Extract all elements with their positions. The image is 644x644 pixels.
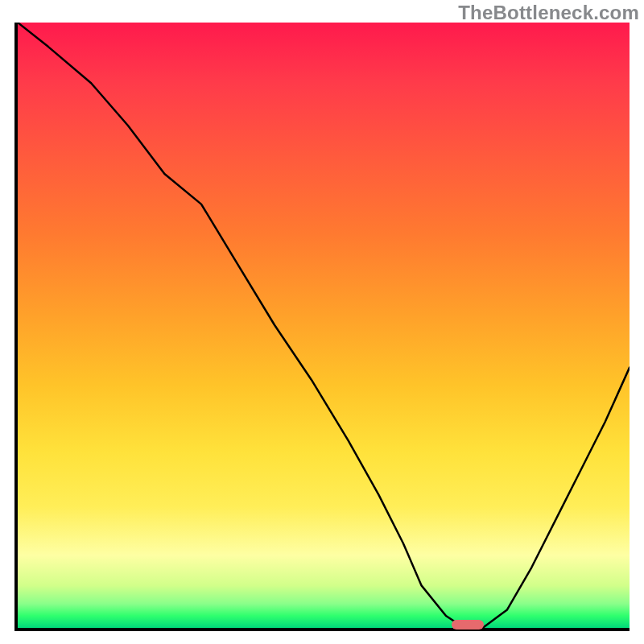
gradient-background (18, 23, 630, 628)
bottleneck-chart: TheBottleneck.com (0, 0, 644, 644)
optimal-marker (452, 620, 484, 630)
plot-area (14, 23, 630, 631)
watermark-label: TheBottleneck.com (458, 2, 639, 24)
